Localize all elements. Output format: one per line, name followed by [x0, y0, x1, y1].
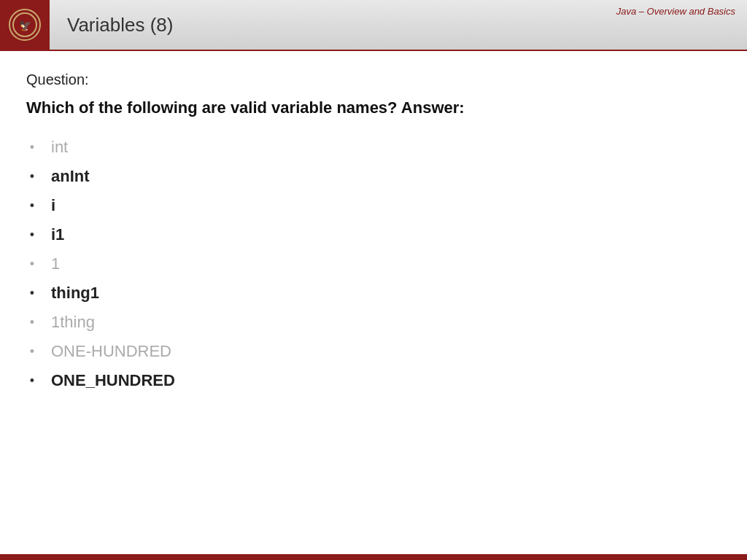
- list-item: •1: [26, 254, 721, 273]
- list-item: •thing1: [26, 284, 721, 303]
- question-label: Question:: [26, 71, 721, 88]
- variable-name: 1thing: [51, 313, 95, 332]
- list-item: •ONE-HUNDRED: [26, 342, 721, 361]
- variable-list: •int•anInt•i•i1•1•thing1•1thing•ONE-HUND…: [26, 138, 721, 390]
- list-bullet: •: [26, 257, 38, 272]
- svg-text:🦅: 🦅: [19, 20, 32, 32]
- list-bullet: •: [26, 228, 38, 243]
- list-item: •i: [26, 196, 721, 215]
- list-bullet: •: [26, 198, 38, 214]
- bottom-bar: [0, 554, 747, 560]
- list-item: •ONE_HUNDRED: [26, 371, 721, 390]
- logo-icon: 🦅: [9, 9, 41, 41]
- list-bullet: •: [26, 344, 38, 359]
- list-item: •1thing: [26, 313, 721, 332]
- variable-name: int: [51, 138, 68, 157]
- variable-name: anInt: [51, 167, 90, 186]
- list-bullet: •: [26, 140, 38, 155]
- variable-name: thing1: [51, 284, 99, 303]
- variable-name: ONE_HUNDRED: [51, 371, 175, 390]
- list-bullet: •: [26, 373, 38, 389]
- logo-box: 🦅: [0, 0, 50, 50]
- variable-name: 1: [51, 254, 60, 273]
- variable-name: i1: [51, 225, 64, 244]
- list-item: •anInt: [26, 167, 721, 186]
- list-item: •int: [26, 138, 721, 157]
- list-bullet: •: [26, 169, 38, 184]
- slide-header: Java – Overview and Basics 🦅 Variables (…: [0, 0, 747, 51]
- variable-name: i: [51, 196, 55, 215]
- main-content: Question: Which of the following are val…: [0, 51, 747, 415]
- list-bullet: •: [26, 315, 38, 330]
- question-text: Which of the following are valid variabl…: [26, 98, 721, 117]
- slide-title: Variables (8): [67, 14, 173, 36]
- list-bullet: •: [26, 286, 38, 301]
- variable-name: ONE-HUNDRED: [51, 342, 171, 361]
- course-label: Java – Overview and Basics: [616, 6, 735, 17]
- list-item: •i1: [26, 225, 721, 244]
